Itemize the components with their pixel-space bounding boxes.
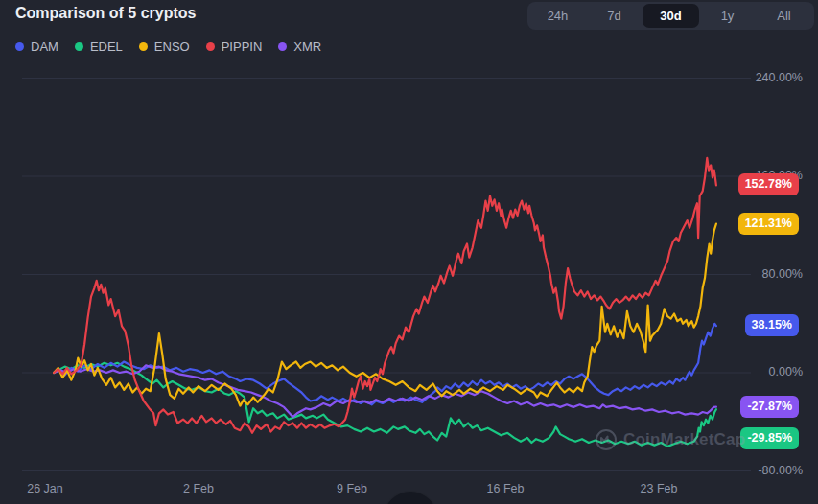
y-axis-tick-label: 80.00% bbox=[726, 267, 803, 281]
y-axis-tick-label: 0.00% bbox=[726, 365, 803, 378]
y-axis-tick-label: -80.00% bbox=[726, 464, 803, 477]
x-axis-tick-label: 23 Feb bbox=[641, 482, 678, 495]
coinmarketcap-logo-icon bbox=[595, 428, 618, 451]
crypto-comparison-widget: Comparison of 5 cryptos 24h7d30d1yAll DA… bbox=[0, 0, 818, 504]
value-badge-xmr: -27.87% bbox=[740, 396, 799, 418]
series-line-pippin[interactable] bbox=[54, 158, 716, 433]
value-badge-enso: 121.31% bbox=[738, 213, 799, 235]
x-axis-tick-label: 9 Feb bbox=[337, 482, 367, 495]
x-axis-tick-label: 2 Feb bbox=[183, 482, 214, 495]
value-badge-pippin: 152.78% bbox=[738, 173, 799, 195]
watermark-text: CoinMarketCap bbox=[623, 430, 745, 449]
value-badge-dam: 38.15% bbox=[745, 314, 799, 336]
x-axis-tick-label: 16 Feb bbox=[487, 482, 525, 495]
y-axis-tick-label: 240.00% bbox=[726, 71, 803, 84]
value-badge-edel: -29.85% bbox=[740, 427, 799, 449]
x-axis-tick-label: 26 Jan bbox=[27, 482, 63, 495]
series-line-enso[interactable] bbox=[54, 224, 716, 406]
watermark: CoinMarketCap bbox=[595, 428, 745, 451]
